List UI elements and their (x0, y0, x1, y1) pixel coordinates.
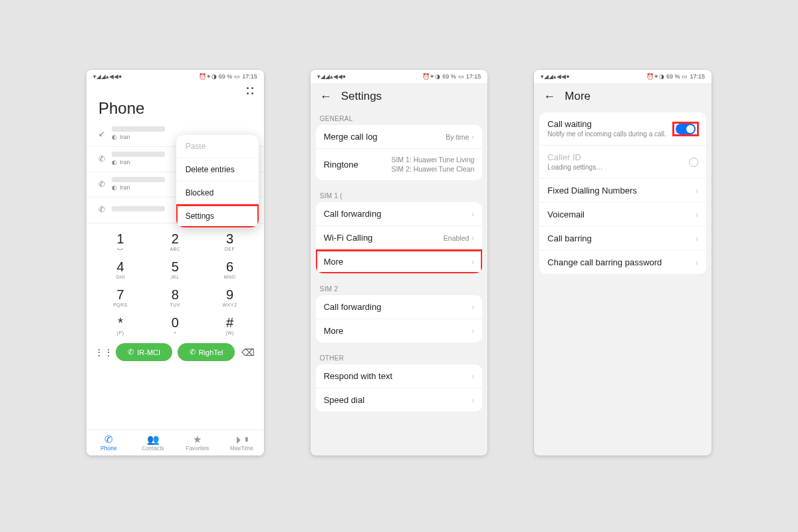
row-call-barring[interactable]: Call barring › (539, 227, 706, 251)
battery-icon: ▭ (234, 73, 240, 80)
key-1[interactable]: 1⏘ (93, 227, 148, 255)
nav-favorites[interactable]: ★Favorites (175, 430, 219, 456)
statusbar: ▾◢◢▴◀◀● ⏰✶◑ 69 % ▭ 17:15 (311, 70, 488, 83)
loading-indicator-icon (689, 158, 698, 167)
overflow-menu: Paste Delete entries Blocked Settings (176, 135, 259, 227)
section-other: OTHER (311, 348, 488, 364)
chevron-right-icon: › (471, 132, 474, 142)
key-9[interactable]: 9WXYZ (202, 283, 257, 311)
call-waiting-toggle[interactable] (676, 124, 696, 134)
call-icon: ✆ (97, 154, 106, 164)
back-icon[interactable]: ← (543, 90, 555, 102)
chevron-right-icon: › (471, 233, 474, 243)
battery-icon: ▭ (682, 73, 688, 80)
section-sim1: SIM 1 ( (311, 186, 488, 202)
phone-icon: ✆ (86, 434, 131, 446)
key-7[interactable]: 7PQRS (93, 283, 148, 311)
row-more[interactable]: More › (316, 250, 483, 273)
row-caller-id[interactable]: Caller IDLoading settings… (539, 146, 706, 179)
clock-text: 17:15 (242, 73, 257, 80)
chevron-right-icon: › (696, 234, 698, 243)
statusbar: ▾◢◢▴◀◀● ⏰✶◑ 69 % ▭ 17:15 (86, 70, 264, 83)
row-merge-call-log[interactable]: Merge call log By time› (316, 125, 483, 149)
page-title: Settings (341, 90, 382, 103)
row-fixed-dialling[interactable]: Fixed Dialling Numbers › (539, 179, 706, 203)
key-0[interactable]: 0+ (148, 311, 202, 339)
star-icon: ★ (175, 434, 219, 446)
missed-call-icon: ↙ (97, 129, 106, 138)
signal-icon: ▾◢◢▴◀◀● (93, 73, 122, 80)
nav-phone[interactable]: ✆Phone (86, 430, 131, 456)
page-title: More (565, 90, 591, 103)
call-sim2-button[interactable]: ✆ RighTel (178, 343, 234, 361)
section-sim2: SIM 2 (311, 279, 488, 295)
collapse-dialpad-icon[interactable]: ⋮⋮⋮ (94, 347, 110, 358)
menu-item-blocked[interactable]: Blocked (176, 182, 259, 205)
alarm-icon: ⏰✶◑ (422, 73, 440, 80)
row-voicemail[interactable]: Voicemail › (539, 203, 706, 227)
statusbar: ▾◢◢▴◀◀● ⏰✶◑ 69 % ▭ 17:15 (534, 70, 712, 83)
chevron-right-icon: › (696, 258, 698, 267)
alarm-icon: ⏰✶◑ (199, 73, 217, 80)
chevron-right-icon: › (471, 396, 474, 405)
row-call-forwarding[interactable]: Call forwarding › (316, 295, 483, 319)
row-wifi-calling[interactable]: Wi-Fi Calling Enabled› (316, 226, 483, 250)
alarm-icon: ⏰✶◑ (646, 73, 664, 80)
screen-more: ▾◢◢▴◀◀● ⏰✶◑ 69 % ▭ 17:15 ← More Call wai… (534, 70, 712, 456)
row-call-forwarding[interactable]: Call forwarding › (316, 202, 483, 226)
key-4[interactable]: 4GHI (93, 255, 148, 283)
signal-icon: ▾◢◢▴◀◀● (541, 73, 569, 80)
nav-meetime[interactable]: ⏵▮MeeTime (219, 430, 264, 456)
row-change-barring-password[interactable]: Change call barring password › (539, 251, 706, 274)
back-icon[interactable]: ← (320, 90, 332, 102)
chevron-right-icon: › (471, 257, 474, 267)
chevron-right-icon: › (471, 303, 474, 312)
call-icon: ✆ (97, 205, 106, 214)
bottom-nav: ✆Phone 👥Contacts ★Favorites ⏵▮MeeTime (86, 430, 264, 456)
call-icon: ✆ (97, 180, 106, 189)
chevron-right-icon: › (471, 372, 474, 381)
dialpad: 1⏘ 2ABC 3DEF 4GHI 5JKL 6MNO 7PQRS 8TUV 9… (86, 223, 264, 369)
key-hash[interactable]: #(W) (202, 311, 257, 339)
battery-text: 69 % (219, 73, 233, 80)
page-title: Phone (86, 99, 264, 122)
key-5[interactable]: 5JKL (148, 255, 202, 283)
backspace-icon[interactable]: ⌫ (240, 347, 256, 358)
menu-item-settings[interactable]: Settings (176, 205, 259, 227)
chevron-right-icon: › (471, 209, 474, 219)
battery-icon: ▭ (458, 73, 464, 80)
video-icon: ⏵▮ (219, 434, 264, 446)
key-3[interactable]: 3DEF (202, 227, 257, 255)
row-call-waiting[interactable]: Call waitingNotify me of incoming calls … (539, 112, 706, 146)
chevron-right-icon: › (696, 186, 698, 196)
row-ringtone[interactable]: Ringtone SIM 1: Huawei Tune LivingSIM 2:… (316, 149, 483, 180)
key-6[interactable]: 6MNO (202, 255, 257, 283)
row-speed-dial[interactable]: Speed dial › (316, 388, 483, 412)
key-8[interactable]: 8TUV (148, 283, 202, 311)
nav-contacts[interactable]: 👥Contacts (131, 430, 176, 456)
screen-settings: ▾◢◢▴◀◀● ⏰✶◑ 69 % ▭ 17:15 ← Settings GENE… (311, 70, 488, 456)
key-2[interactable]: 2ABC (148, 227, 202, 255)
contacts-icon: 👥 (131, 434, 176, 446)
chevron-right-icon: › (696, 210, 698, 219)
menu-item-paste[interactable]: Paste (176, 135, 259, 158)
screen-phone-dialer: ▾◢◢▴◀◀● ⏰✶◑ 69 % ▭ 17:15 Phone ↙ ◐ Iran … (86, 70, 264, 456)
row-more[interactable]: More › (316, 319, 483, 342)
call-sim1-button[interactable]: ✆ IR-MCI (116, 343, 172, 361)
signal-icon: ▾◢◢▴◀◀● (317, 73, 346, 80)
row-respond-with-text[interactable]: Respond with text › (316, 364, 483, 388)
section-general: GENERAL (311, 108, 488, 125)
menu-item-delete-entries[interactable]: Delete entries (176, 158, 259, 182)
chevron-right-icon: › (471, 327, 474, 336)
overflow-menu-icon[interactable] (247, 87, 255, 95)
key-star[interactable]: *(P) (93, 311, 148, 339)
